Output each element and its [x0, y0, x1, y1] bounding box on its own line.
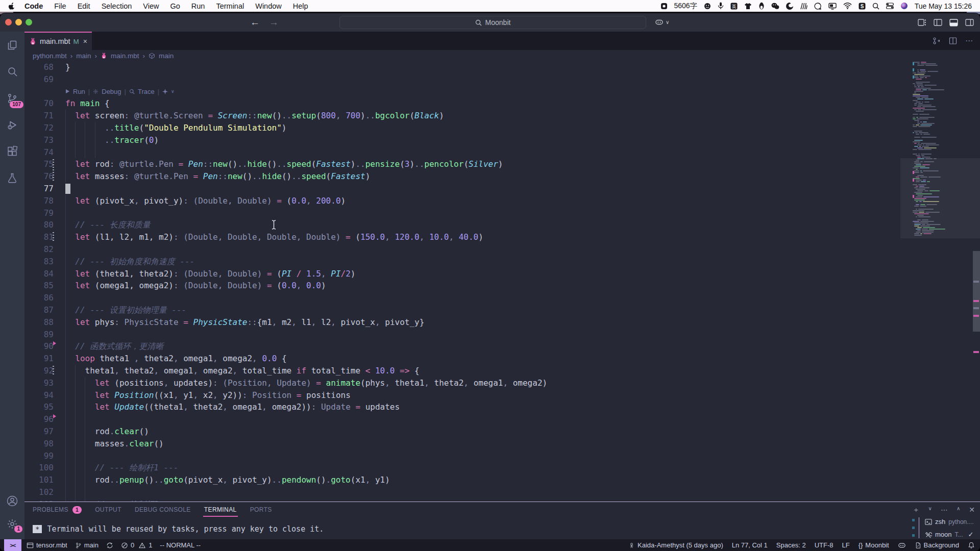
eol-sequence[interactable]: LF: [842, 541, 850, 549]
line-number[interactable]: 71: [24, 110, 54, 122]
close-traffic-light[interactable]: [5, 19, 12, 26]
cursor-position[interactable]: Ln 77, Col 1: [732, 541, 768, 549]
toggle-sidebar-icon[interactable]: [934, 18, 942, 27]
menu-terminal[interactable]: Terminal: [210, 2, 250, 10]
line-number[interactable]: 92: [24, 365, 54, 377]
line-number[interactable]: 99: [24, 450, 54, 462]
wifi-icon[interactable]: [843, 3, 852, 9]
input-word-count[interactable]: 5606字: [674, 2, 697, 11]
line-number[interactable]: 96: [24, 413, 54, 425]
search-sidebar-icon[interactable]: [6, 66, 18, 78]
breadcrumb-file[interactable]: main.mbt: [111, 52, 139, 60]
line-number[interactable]: 94: [24, 389, 54, 402]
nav-back-icon[interactable]: ←: [250, 17, 260, 28]
status-branch[interactable]: main: [75, 541, 99, 549]
line-number[interactable]: 90: [24, 340, 54, 353]
breadcrumb-folder[interactable]: python.mbt: [33, 52, 67, 60]
line-number[interactable]: 84: [24, 268, 54, 280]
panel-close-icon[interactable]: ✕: [969, 506, 975, 515]
split-editor-icon[interactable]: [949, 37, 957, 45]
line-number[interactable]: 86: [24, 292, 54, 304]
notifications-bell-icon[interactable]: [968, 541, 975, 549]
menu-selection[interactable]: Selection: [96, 2, 138, 10]
line-number[interactable]: 81: [24, 231, 54, 243]
settings-gear-icon[interactable]: 1: [6, 518, 18, 530]
maximize-traffic-light[interactable]: [26, 19, 32, 26]
line-number[interactable]: 98: [24, 438, 54, 450]
panel-tab-ports[interactable]: PORTS: [250, 506, 272, 513]
display-icon[interactable]: [828, 3, 837, 10]
code-line-89[interactable]: 89: [24, 329, 980, 341]
code-line-92[interactable]: 92 theta1, theta2, omega1, omega2, total…: [24, 365, 980, 377]
line-number[interactable]: 80: [24, 219, 54, 231]
git-blame[interactable]: Kaida-Amethyst (5 days ago): [628, 541, 723, 549]
code-line-81[interactable]: 81 let (l1, l2, m1, m2): (Double, Double…: [24, 231, 980, 243]
line-number[interactable]: 83: [24, 256, 54, 268]
spotlight-icon[interactable]: [872, 3, 879, 10]
source-control-icon[interactable]: 107: [6, 92, 18, 105]
menu-window[interactable]: Window: [250, 2, 287, 10]
s-app-icon[interactable]: S: [859, 3, 866, 10]
menu-clock[interactable]: Tue May 13 15:26: [915, 2, 972, 10]
panel-more-icon[interactable]: ⋯: [941, 506, 948, 515]
menu-app-name[interactable]: Code: [15, 2, 48, 10]
code-line-70[interactable]: 70fn main {: [24, 97, 980, 110]
code-line-74[interactable]: 74: [24, 146, 980, 159]
code-line-84[interactable]: 84 let (theta1, theta2): (Double, Double…: [24, 268, 980, 280]
minimap[interactable]: [913, 61, 950, 239]
code-line-90[interactable]: 90 // 函数式循环，更清晰: [24, 340, 980, 353]
line-number[interactable]: 79: [24, 207, 54, 219]
code-line-88[interactable]: 88 let phys: PhysicState = PhysicState::…: [24, 316, 980, 329]
code-line-85[interactable]: 85 let (omega1, omega2): (Double, Double…: [24, 280, 980, 292]
terminal-session-zsh[interactable]: zsh python....: [925, 518, 974, 525]
code-line-83[interactable]: 83 // --- 初始角度和角速度 ---: [24, 256, 980, 268]
control-center-icon[interactable]: [886, 3, 894, 9]
code-line-93[interactable]: 93 let (positions, updates): (Position, …: [24, 377, 980, 389]
line-number[interactable]: 100: [24, 462, 54, 474]
run-debug-icon[interactable]: [6, 119, 18, 131]
line-number[interactable]: 101: [24, 474, 54, 486]
line-number[interactable]: 69: [24, 73, 54, 86]
code-line-69[interactable]: 69: [24, 73, 980, 86]
line-number[interactable]: 74: [24, 146, 54, 159]
codelens-debug[interactable]: Debug: [102, 86, 121, 98]
line-number[interactable]: 97: [24, 425, 54, 438]
nav-forward-icon[interactable]: →: [269, 17, 279, 28]
run-or-debug-icon[interactable]: [933, 37, 941, 45]
code-line-102[interactable]: 102: [24, 486, 980, 498]
line-number[interactable]: 93: [24, 377, 54, 389]
menu-run[interactable]: Run: [186, 2, 211, 10]
explorer-icon[interactable]: [6, 39, 18, 52]
vim-mode[interactable]: -- NORMAL --: [160, 541, 201, 549]
testing-icon[interactable]: [6, 172, 18, 184]
panel-tab-problems[interactable]: PROBLEMS1: [33, 506, 82, 514]
codelens-trace[interactable]: Trace: [138, 86, 155, 98]
line-number[interactable]: 68: [24, 61, 54, 73]
swirl-app-icon[interactable]: [786, 3, 793, 10]
code-line-99[interactable]: 99: [24, 450, 980, 462]
code-line-87[interactable]: 87 // --- 设置初始物理量 ---: [24, 304, 980, 316]
code-line-82[interactable]: 82: [24, 243, 980, 256]
line-number[interactable]: 82: [24, 243, 54, 256]
menu-file[interactable]: File: [48, 2, 71, 10]
ime-language-icon[interactable]: 英: [730, 3, 738, 10]
apple-menu-icon[interactable]: [8, 2, 15, 10]
tab-close-icon[interactable]: ×: [83, 37, 87, 45]
panel-tab-debug-console[interactable]: DEBUG CONSOLE: [135, 506, 191, 513]
panel-tab-terminal[interactable]: TERMINAL: [204, 506, 237, 513]
status-app-icon[interactable]: [660, 3, 668, 10]
tab-main-mbt[interactable]: main.mbt M ×: [24, 32, 92, 50]
code-line-100[interactable]: 100 // --- 绘制杆1 ---: [24, 462, 980, 474]
line-number[interactable]: 87: [24, 304, 54, 316]
codelens-run[interactable]: Run: [73, 86, 85, 98]
code-line-73[interactable]: 73 ..tracer(0): [24, 134, 980, 146]
toggle-panel-icon[interactable]: [949, 18, 958, 27]
line-number[interactable]: 85: [24, 280, 54, 292]
code-line-80[interactable]: 80 // --- 长度和质量: [24, 219, 980, 231]
encoding[interactable]: UTF-8: [815, 541, 834, 549]
menu-help[interactable]: Help: [287, 2, 314, 10]
code-line-91[interactable]: 91 loop theta1 , theta2, omega1, omega2,…: [24, 353, 980, 365]
line-number[interactable]: 102: [24, 486, 54, 498]
smiley-icon[interactable]: [704, 3, 711, 10]
code-line-72[interactable]: 72 ..title("Double Pendulum Simulation"): [24, 122, 980, 134]
